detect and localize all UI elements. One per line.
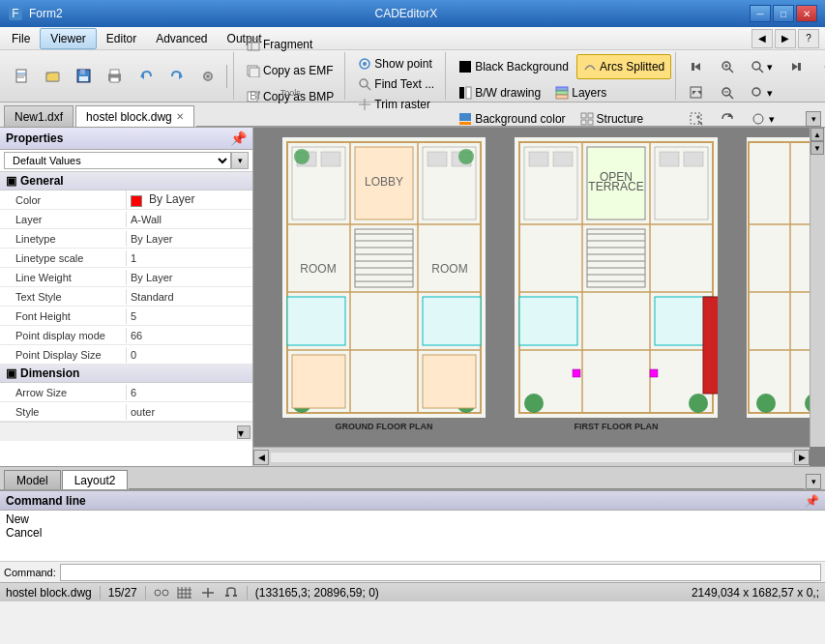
props-section-dimension-label: Dimension [20, 366, 79, 380]
cmd-input-row: Command: [0, 561, 825, 582]
props-value-arrow-size: 6 [126, 385, 252, 400]
tb-undo[interactable] [132, 64, 161, 89]
page-tabs: Model Layout2 ▾ [0, 466, 825, 489]
svg-rect-21 [250, 68, 259, 77]
tb-redo[interactable] [162, 64, 192, 89]
tb-pan-right[interactable] [781, 54, 810, 79]
cmd-input-field[interactable] [60, 564, 821, 581]
tb-layers[interactable]: Layers [548, 80, 613, 105]
props-row-font-height: Font Height 5 [0, 307, 252, 326]
tb-arcs-label: Arcs Splitted [600, 60, 664, 73]
scroll-h-left[interactable]: ◀ [253, 450, 269, 465]
svg-rect-132 [684, 152, 703, 166]
props-label-line-weight: Line Weight [0, 270, 126, 285]
close-button[interactable]: ✕ [796, 5, 817, 22]
props-label-layer: Layer [0, 212, 126, 227]
properties-select[interactable]: Default Values [4, 152, 231, 169]
tb-copy-emf[interactable]: Copy as EMF [240, 58, 340, 83]
svg-rect-144 [747, 137, 810, 418]
cmd-prompt-label: Command: [4, 567, 56, 578]
props-value-linetype: By Layer [126, 231, 252, 247]
svg-point-152 [155, 590, 161, 596]
tb-pan-left[interactable] [682, 54, 711, 79]
tb-save[interactable] [70, 64, 99, 89]
svg-rect-139 [703, 297, 718, 394]
tb-find-text-label: Find Text ... [374, 77, 434, 91]
tb-zoom-in-view[interactable] [713, 54, 742, 79]
props-row-color: Color By Layer [0, 190, 252, 210]
tb-settings[interactable] [193, 64, 222, 89]
svg-rect-32 [466, 87, 471, 99]
cmd-pin: 📌 [805, 494, 819, 508]
menu-editor[interactable]: Editor [97, 28, 146, 49]
tb-new[interactable] [8, 64, 37, 89]
tb-fragment[interactable]: Fragment [240, 32, 319, 57]
doc-tab-0[interactable]: New1.dxf [4, 105, 74, 127]
canvas-scrollbar-h[interactable]: ◀ ▶ [253, 447, 810, 466]
tb-find-text[interactable]: Find Text ... [351, 74, 441, 94]
doc-tab-1-label: hostel block.dwg [86, 110, 172, 124]
tb-black-bg[interactable]: Black Background [452, 54, 575, 79]
svg-rect-17 [248, 39, 259, 50]
tb-open[interactable] [39, 64, 68, 89]
canvas-scrollbar-v[interactable]: ▲ ▼ [810, 128, 825, 447]
svg-rect-103 [292, 355, 345, 408]
props-value-pdsize: 0 [126, 347, 252, 363]
svg-rect-34 [556, 91, 568, 95]
menu-help[interactable]: ? [798, 29, 819, 48]
page-tab-scroll-right[interactable]: ▾ [806, 474, 821, 489]
props-section-dimension[interactable]: ▣ Dimension [0, 365, 252, 383]
collapse-icon-dimension: ▣ [6, 366, 16, 380]
first-floor-plan: OPEN TERRACE [515, 137, 718, 432]
maximize-button[interactable]: □ [773, 5, 794, 22]
properties-pin[interactable]: 📌 [230, 131, 247, 146]
page-tab-layout2[interactable]: Layout2 [62, 470, 129, 489]
properties-dropdown-row: Default Values ▾ [0, 150, 252, 172]
tb-zoom-dropdown2[interactable]: ▾ [744, 80, 780, 105]
tb-zoom-dropdown[interactable]: ▾ [744, 54, 780, 79]
main-area: Properties 📌 Default Values ▾ ▣ General … [0, 128, 825, 466]
svg-rect-51 [798, 63, 801, 71]
scroll-v-down[interactable]: ▼ [810, 141, 824, 155]
menu-file[interactable]: File [2, 28, 40, 49]
first-floor-svg: OPEN TERRACE [515, 137, 718, 418]
menu-viewer[interactable]: Viewer [40, 28, 96, 49]
tb-arrow-left[interactable] [812, 54, 825, 79]
props-value-style: outer [126, 404, 252, 420]
menu-nav-fwd[interactable]: ▶ [775, 29, 796, 48]
svg-rect-129 [553, 152, 573, 166]
tb-arcs-splitted[interactable]: Arcs Splitted [576, 54, 671, 79]
svg-point-153 [162, 590, 168, 596]
svg-rect-31 [459, 87, 464, 99]
tb-show-point[interactable]: Show point [351, 54, 441, 73]
props-scroll-btn[interactable]: ▾ [237, 425, 250, 439]
tb-zoom-fit[interactable] [682, 80, 711, 105]
tb-bw-drawing[interactable]: B/W drawing [452, 80, 547, 105]
scroll-h-right[interactable]: ▶ [794, 450, 810, 465]
scroll-v-up[interactable]: ▲ [810, 128, 824, 141]
svg-text:TERRACE: TERRACE [588, 180, 643, 193]
props-label-linetype: Linetype [0, 231, 126, 247]
menu-nav-back[interactable]: ◀ [751, 29, 773, 48]
svg-point-150 [756, 394, 776, 413]
props-label-arrow-size: Arrow Size [0, 385, 126, 400]
properties-dropdown-btn[interactable]: ▾ [231, 152, 249, 169]
doc-tab-1[interactable]: hostel block.dwg ✕ [75, 105, 194, 127]
tb-print[interactable] [101, 64, 130, 89]
svg-text:ROOM: ROOM [431, 262, 467, 276]
svg-rect-128 [529, 152, 548, 166]
props-scroll-area: ▾ [0, 422, 252, 441]
tb-black-bg-label: Black Background [475, 60, 569, 73]
page-tab-model[interactable]: Model [4, 470, 61, 489]
tb-show-point-label: Show point [374, 57, 431, 71]
doc-tab-1-close[interactable]: ✕ [176, 111, 184, 122]
scroll-h-track[interactable] [271, 453, 792, 462]
props-section-general[interactable]: ▣ General [0, 172, 252, 190]
svg-rect-96 [287, 297, 345, 345]
app-icon: F [8, 6, 23, 21]
tb-trim-raster[interactable]: Trim raster [351, 95, 441, 114]
canvas-area[interactable]: LOBBY ROOM ROOM GROUND FLOOR PLAN [253, 128, 825, 466]
menu-advanced[interactable]: Advanced [146, 28, 217, 49]
tb-zoom-out[interactable] [713, 80, 742, 105]
minimize-button[interactable]: ─ [750, 5, 771, 22]
